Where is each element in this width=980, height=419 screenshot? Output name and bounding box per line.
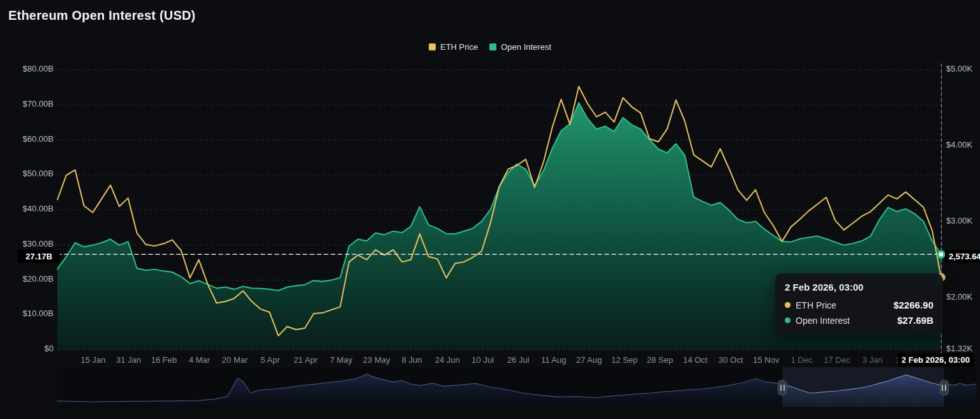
crosshair-time-badge: 2 Feb 2026, 03:00 [898, 353, 974, 367]
y-axis-label-left: $70.00B [3, 99, 54, 109]
legend-item-eth-price[interactable]: ETH Price [429, 42, 478, 52]
handle-grip-icon [783, 385, 785, 391]
oi-current-value-badge: 27.17B [18, 250, 60, 263]
tooltip-value: $2266.90 [893, 300, 933, 310]
price-axis-readout-badge: 2,573.64 [945, 250, 980, 263]
tooltip-timestamp: 2 Feb 2026, 03:00 [785, 282, 933, 293]
navigator-right-handle[interactable] [940, 380, 949, 395]
tooltip-value: $27.69B [897, 315, 933, 326]
tooltip-label: ETH Price [796, 300, 836, 310]
open-interest-dot-icon [785, 317, 791, 323]
legend-swatch-icon [429, 43, 436, 50]
y-axis-label-left: $80.00B [3, 64, 54, 73]
tooltip-label: Open Interest [796, 316, 850, 326]
y-axis-label-right: $5.00K [946, 64, 979, 73]
y-axis-label-left: $50.00B [3, 169, 54, 178]
chart-legend: ETH PriceOpen Interest [0, 42, 980, 52]
tooltip-row-open-interest: Open Interest $27.69B [785, 315, 933, 326]
y-axis-label-right: $4.00K [946, 140, 979, 149]
y-axis-label-left: $60.00B [3, 134, 54, 144]
y-axis-label-right: $1.32K [946, 344, 979, 353]
y-axis-label-left: $20.00B [3, 274, 54, 284]
y-axis-label-left: $0 [3, 344, 54, 353]
eth-price-dot-icon [785, 302, 791, 308]
tooltip-row-eth-price: ETH Price $2266.90 [785, 300, 933, 310]
y-axis-label-left: $10.00B [3, 309, 54, 318]
legend-label: Open Interest [501, 42, 551, 52]
y-axis-label-left: $30.00B [3, 239, 54, 248]
navigator-left-handle[interactable] [778, 380, 787, 395]
page-title: Ethereum Open Interest (USD) [8, 8, 195, 23]
handle-grip-icon [780, 385, 782, 391]
y-axis-label-right: $3.00K [946, 216, 979, 225]
legend-swatch-icon [489, 43, 496, 50]
chart-tooltip: 2 Feb 2026, 03:00 ETH Price $2266.90 Ope… [775, 273, 943, 334]
handle-grip-icon [945, 385, 946, 391]
legend-item-open-interest[interactable]: Open Interest [489, 42, 551, 52]
y-axis-label-left: $40.00B [3, 204, 54, 213]
y-axis-label-right: $2.00K [946, 292, 979, 301]
legend-label: ETH Price [440, 42, 478, 52]
handle-grip-icon [942, 385, 943, 391]
